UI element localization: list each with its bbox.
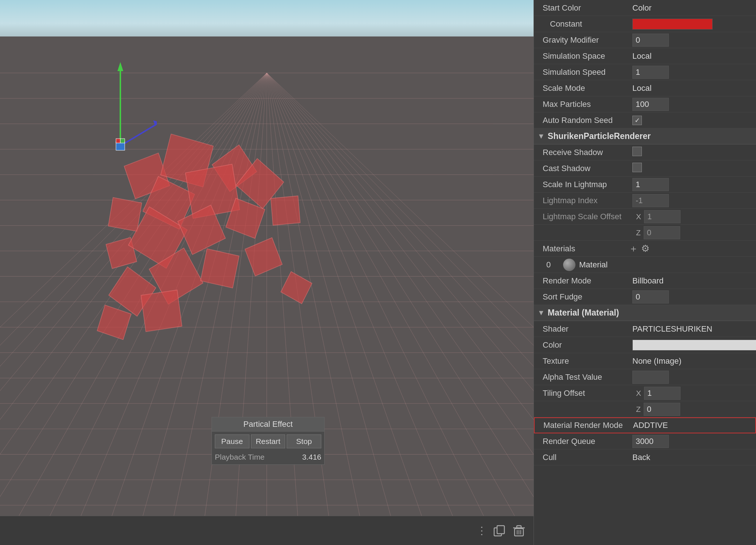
material-arrow-icon: ▼ — [538, 309, 545, 317]
lightmap-scale-offset-label: Lightmap Scale Offset — [534, 212, 629, 221]
scale-mode-value: Local — [629, 84, 756, 93]
svg-line-2 — [120, 124, 157, 146]
sort-fudge-value: 0 — [629, 290, 756, 304]
lightmap-index-label: Lightmap Index — [534, 196, 629, 205]
playback-time-label: Playback Time — [215, 453, 302, 461]
cast-shadow-check[interactable] — [632, 163, 642, 172]
receive-shadow-row: Receive Shadow — [534, 144, 756, 161]
start-color-label: Start Color — [534, 3, 629, 13]
tiling-offset-z: Z 0 — [629, 403, 756, 416]
texture-label: Texture — [534, 356, 629, 366]
materials-label: Materials — [534, 244, 629, 254]
render-queue-label: Render Queue — [534, 437, 629, 446]
cast-shadow-checkbox[interactable] — [629, 163, 756, 174]
receive-shadow-label: Receive Shadow — [534, 148, 629, 157]
texture-value: None (Image) — [629, 356, 756, 366]
material-name[interactable]: Material — [579, 260, 608, 270]
render-mode-row: Render Mode Billboard — [534, 273, 756, 289]
playback-panel: Partical Effect Pause Restart Stop Playb… — [212, 417, 325, 465]
start-color-value: Color — [629, 3, 756, 13]
alpha-test-value-input[interactable] — [629, 371, 756, 384]
tiling-x-label: X — [636, 389, 641, 398]
cull-value: Back — [629, 453, 756, 462]
receive-shadow-check[interactable] — [632, 147, 642, 156]
receive-shadow-checkbox[interactable] — [629, 147, 756, 158]
svg-rect-6 — [120, 139, 125, 143]
materials-buttons: ＋ ⚙ — [629, 242, 650, 255]
add-material-button[interactable]: ＋ — [629, 242, 638, 255]
lightmap-index-row: Lightmap Index -1 — [534, 193, 756, 209]
auto-random-seed-check[interactable] — [632, 116, 642, 125]
simulation-space-row: Simulation Space Local — [534, 48, 756, 64]
render-mode-value: Billboard — [629, 276, 756, 286]
pause-button[interactable]: Pause — [215, 434, 249, 448]
tiling-offset-label: Tiling Offset — [534, 389, 629, 398]
material-section-title: Material (Material) — [548, 308, 619, 318]
gravity-modifier-label: Gravity Modifier — [534, 35, 629, 45]
color-row: Color — [534, 337, 756, 353]
color-label: Color — [534, 340, 629, 350]
lightmap-index-value: -1 — [629, 194, 756, 207]
lightmap-scale-offset-x: X 1 — [629, 210, 756, 223]
color-swatch-red[interactable] — [629, 19, 756, 30]
auto-random-seed-label: Auto Random Seed — [534, 116, 629, 125]
lightmap-scale-offset-z: Z 0 — [629, 226, 756, 239]
lightmap-x-label: X — [636, 212, 641, 221]
materials-row: Materials ＋ ⚙ — [534, 241, 756, 257]
shuriken-section-header[interactable]: ▼ ShurikenParticleRenderer — [534, 128, 756, 144]
lightmap-scale-offset-row-x: Lightmap Scale Offset X 1 — [534, 209, 756, 225]
scale-mode-label: Scale Mode — [534, 84, 629, 93]
svg-marker-1 — [117, 62, 123, 71]
playback-buttons: Pause Restart Stop — [212, 432, 324, 451]
constant-label: Constant — [534, 19, 629, 29]
cull-row: Cull Back — [534, 449, 756, 465]
tiling-offset-row-x: Tiling Offset X 1 — [534, 385, 756, 401]
simulation-speed-row: Simulation Speed 1 — [534, 64, 756, 80]
texture-row: Texture None (Image) — [534, 353, 756, 369]
material-item-row: 0 Material — [534, 257, 756, 273]
auto-random-seed-checkbox[interactable] — [629, 115, 756, 125]
shuriken-section-title: ShurikenParticleRenderer — [548, 131, 651, 141]
material-render-mode-value: ADDTIVE — [629, 421, 755, 430]
playback-time-value: 3.416 — [302, 453, 321, 461]
material-render-mode-label: Material Render Mode — [535, 421, 629, 430]
scale-mode-row: Scale Mode Local — [534, 80, 756, 96]
auto-random-seed-row: Auto Random Seed — [534, 112, 756, 128]
delete-icon[interactable] — [512, 523, 526, 538]
cast-shadow-row: Cast Shadow — [534, 161, 756, 177]
restart-button[interactable]: Restart — [251, 434, 286, 448]
simulation-speed-label: Simulation Speed — [534, 67, 629, 77]
max-particles-row: Max Particles 100 — [534, 96, 756, 112]
main-layout: Partical Effect Pause Restart Stop Playb… — [0, 0, 756, 545]
bottom-toolbar: ⋮ — [0, 516, 534, 545]
viewport: Partical Effect Pause Restart Stop Playb… — [0, 0, 534, 545]
copy-icon[interactable] — [492, 523, 507, 538]
stop-button[interactable]: Stop — [287, 434, 321, 448]
max-particles-value: 100 — [629, 98, 756, 111]
playback-time-row: Playback Time 3.416 — [212, 451, 324, 464]
red-color-swatch[interactable] — [632, 19, 713, 30]
more-options-icon[interactable]: ⋮ — [477, 525, 487, 537]
alpha-test-value-row: Alpha Test Value — [534, 369, 756, 385]
gravity-modifier-row: Gravity Modifier 0 — [534, 32, 756, 48]
color-swatch-white-container[interactable] — [629, 340, 756, 351]
constant-row: Constant — [534, 16, 756, 32]
start-color-row: Start Color Color — [534, 0, 756, 16]
sort-fudge-label: Sort Fudge — [534, 292, 629, 302]
tiling-offset-row-z: Z 0 — [534, 401, 756, 417]
alpha-test-value-label: Alpha Test Value — [534, 372, 629, 382]
simulation-speed-value: 1 — [629, 66, 756, 79]
render-queue-value: 3000 — [629, 435, 756, 448]
lightmap-scale-offset-row-z: Z 0 — [534, 225, 756, 241]
svg-rect-5 — [116, 139, 120, 143]
gravity-modifier-value: 0 — [629, 34, 756, 47]
transform-gizmo — [84, 58, 157, 161]
sort-fudge-row: Sort Fudge 0 — [534, 289, 756, 305]
white-color-swatch[interactable] — [632, 340, 756, 351]
svg-rect-11 — [517, 526, 521, 528]
material-section-header[interactable]: ▼ Material (Material) — [534, 305, 756, 321]
settings-material-button[interactable]: ⚙ — [641, 243, 650, 254]
tiling-z-label: Z — [636, 405, 641, 414]
simulation-space-label: Simulation Space — [534, 51, 629, 61]
svg-rect-8 — [497, 526, 504, 534]
